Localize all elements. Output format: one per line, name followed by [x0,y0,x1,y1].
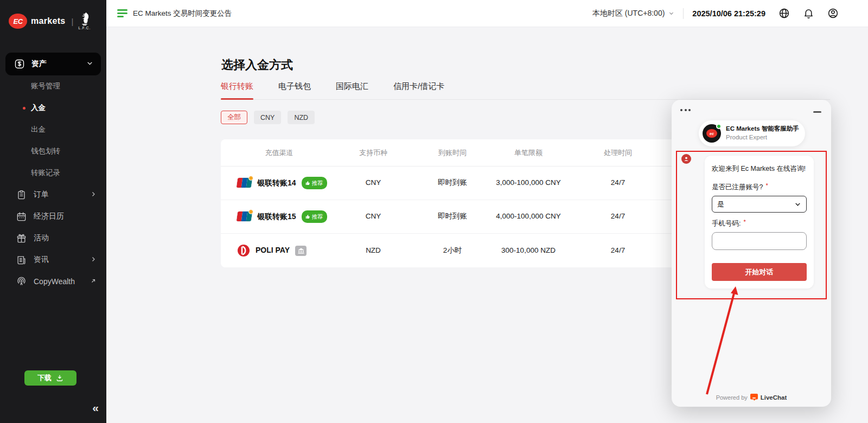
unionpay-icon [237,211,252,221]
caret-down-icon [668,10,674,16]
livechat-widget: ec EC Markets 智能客服助手 Product Expert 欢迎来到… [672,100,831,407]
required-asterisk: * [743,219,745,228]
recommended-badge: 推荐 [302,210,327,222]
agent-card: ec EC Markets 智能客服助手 Product Expert [699,120,805,146]
deposit-method-tabs: 银行转账 电子钱包 国际电汇 信用卡/借记卡 [221,81,830,100]
divider [683,8,684,19]
tab-credit-debit-card[interactable]: 信用卡/借记卡 [393,81,444,99]
bank-icon [298,248,304,254]
filter-nzd[interactable]: NZD [288,111,315,124]
sidebar-item-news[interactable]: 资讯 [0,249,106,271]
registered-select[interactable]: 是 [712,196,807,213]
chevron-down-icon [794,201,801,208]
dollar-square-icon [14,59,25,69]
liverbird-icon [79,12,91,26]
download-button[interactable]: 下载 [24,370,76,386]
sidebar-item-wallet-transfer[interactable]: 钱包划转 [0,140,106,162]
sidebar-collapse-button[interactable]: « [92,402,99,413]
sidebar-item-label: 资产 [31,59,47,69]
required-asterisk: * [765,182,768,191]
sidebar-item-assets[interactable]: 资产 [5,53,101,75]
livechat-icon [750,394,758,401]
chat-options-button[interactable] [680,109,691,111]
lfc-liverbird-logo: L.F.C. [78,12,91,30]
chevron-right-icon [90,255,97,264]
powered-by: Powered by LiveChat [672,394,831,401]
phone-label: 手机号码: * [712,219,807,228]
server-datetime: 2025/10/06 21:25:29 [692,9,765,18]
tab-e-wallet[interactable]: 电子钱包 [278,81,311,99]
page-title: 选择入金方式 [221,57,293,73]
medal-badge-icon [248,176,253,181]
bank-badge [295,246,307,256]
announcement-text: EC Markets 交易时间变更公告 [133,9,232,18]
calendar-icon [16,211,27,222]
brand-divider: | [71,17,73,26]
chevron-down-icon [86,59,93,69]
brand: EC markets | L.F.C. [0,0,106,35]
medal-badge-icon [248,209,253,214]
recommended-badge: 推荐 [302,177,327,189]
registered-question-label: 是否已注册账号? * [712,183,807,192]
sidebar-item-activities[interactable]: 活动 [0,227,106,249]
announcement-link[interactable]: EC Markets 交易时间变更公告 [117,9,232,18]
tab-international-wire[interactable]: 国际电汇 [336,81,368,99]
sidebar-item-withdraw[interactable]: 出金 [0,119,106,140]
notifications-bell-icon[interactable] [803,8,814,19]
poli-pay-icon [237,244,250,257]
sidebar-item-deposit[interactable]: 入金 [0,97,106,119]
topbar: EC Markets 交易时间变更公告 本地时区 (UTC+8:00) 2025… [106,0,868,27]
prechat-form: 欢迎来到 Ec Markets 在线咨询! 是否已注册账号? * 是 手机号码:… [705,156,814,289]
welcome-message: 欢迎来到 Ec Markets 在线咨询! [712,164,807,174]
external-link-icon [90,277,97,286]
language-globe-icon[interactable] [778,8,790,19]
sidebar-item-transfer-records[interactable]: 转账记录 [0,162,106,184]
tab-bank-transfer[interactable]: 银行转账 [221,81,253,99]
unionpay-icon [237,178,252,188]
person-icon [684,156,689,162]
brand-name: markets [31,16,65,26]
announcement-menu-icon [117,9,127,17]
filter-all[interactable]: 全部 [221,111,247,124]
news-icon [16,255,27,265]
clipboard-icon [16,190,27,200]
thumbs-up-icon [305,214,310,219]
download-icon [56,374,63,382]
online-status-dot [716,124,722,129]
agent-avatar: ec [703,124,721,143]
start-chat-button[interactable]: 开始对话 [712,263,807,281]
sidebar-item-account-management[interactable]: 账号管理 [0,75,106,97]
sidebar: EC markets | L.F.C. 资产 账号管理 入金 出金 钱包划 [0,0,106,423]
filter-cny[interactable]: CNY [254,111,281,124]
gift-icon [16,233,27,243]
user-account-icon[interactable] [827,8,839,19]
sidebar-item-copywealth[interactable]: CopyWealth [0,271,106,292]
thumbs-up-icon [305,181,310,185]
phone-input[interactable] [712,232,807,250]
annotation-box: 欢迎来到 Ec Markets 在线咨询! 是否已注册账号? * 是 手机号码:… [676,151,827,299]
chevron-right-icon [90,190,97,199]
sidebar-item-economic-calendar[interactable]: 经济日历 [0,206,106,227]
currency-filters: 全部 CNY NZD [221,111,315,124]
sidebar-item-orders[interactable]: 订单 [0,184,106,206]
ec-logo-icon: EC [9,14,27,29]
active-dot [23,107,25,110]
chat-minimize-button[interactable] [813,111,821,113]
timezone-selector[interactable]: 本地时区 (UTC+8:00) [592,9,674,18]
visitor-avatar [681,154,691,164]
broadcast-icon [16,277,27,287]
